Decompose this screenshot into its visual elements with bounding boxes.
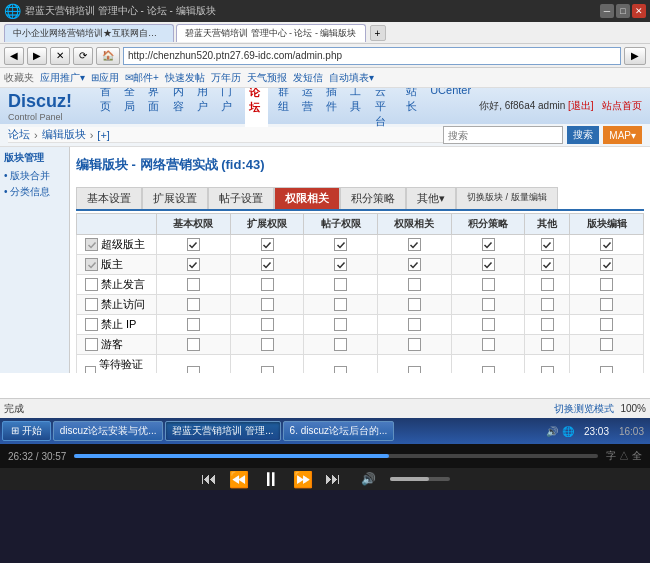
cb-mod-0[interactable]: [187, 258, 200, 271]
fav-item-6[interactable]: 发短信: [293, 71, 323, 85]
cb-g-0[interactable]: [187, 338, 200, 351]
nav-operation[interactable]: 运营: [302, 88, 316, 129]
cb-g-3[interactable]: [408, 338, 421, 351]
fav-item-4[interactable]: 万年历: [211, 71, 241, 85]
cb-ba-1[interactable]: [261, 298, 274, 311]
taskbar-item-2[interactable]: 6. discuz论坛后台的...: [283, 421, 395, 441]
cb-p-6[interactable]: [600, 366, 613, 373]
nav-site[interactable]: 站长: [406, 88, 420, 129]
map-button[interactable]: MAP▾: [603, 126, 642, 144]
checkbox-mod-select[interactable]: [85, 258, 98, 271]
cb-p-1[interactable]: [261, 366, 274, 373]
sidebar-item-classify[interactable]: • 分类信息: [4, 185, 65, 199]
cb-banpost-3[interactable]: [408, 278, 421, 291]
fav-item-1[interactable]: ⊞应用: [91, 71, 119, 85]
refresh-button[interactable]: ⟳: [73, 47, 93, 65]
cb-ba-3[interactable]: [408, 298, 421, 311]
maximize-button[interactable]: □: [616, 4, 630, 18]
rewind-button[interactable]: ⏪: [229, 470, 249, 489]
taskbar-item-0[interactable]: discuz论坛安装与优...: [53, 421, 164, 441]
logout-link[interactable]: [退出]: [568, 100, 594, 111]
cb-ba-5[interactable]: [541, 298, 554, 311]
forward-button[interactable]: ▶: [27, 47, 47, 65]
cb-bip-3[interactable]: [408, 318, 421, 331]
minimize-button[interactable]: ─: [600, 4, 614, 18]
nav-cloud[interactable]: 云平台: [375, 88, 396, 129]
checkbox-supermod-select[interactable]: [85, 238, 98, 251]
breadcrumb-add[interactable]: [+]: [97, 129, 110, 141]
new-tab-button[interactable]: +: [370, 25, 386, 41]
cb-banpost-1[interactable]: [261, 278, 274, 291]
cb-mod-4[interactable]: [482, 258, 495, 271]
nav-global[interactable]: 全局: [124, 88, 138, 129]
nav-content[interactable]: 内容: [173, 88, 187, 129]
nav-portal[interactable]: 门户: [221, 88, 235, 129]
close-button[interactable]: ✕: [632, 4, 646, 18]
browser-tab-0[interactable]: 中小企业网络营销培训★互联网自动化营销...: [4, 24, 174, 42]
cb-bip-2[interactable]: [334, 318, 347, 331]
tab-score[interactable]: 积分策略: [340, 187, 406, 209]
cb-bip-4[interactable]: [482, 318, 495, 331]
video-progress[interactable]: [74, 454, 598, 458]
cb-g-1[interactable]: [261, 338, 274, 351]
checkbox-banaccess-select[interactable]: [85, 298, 98, 311]
nav-user[interactable]: 用户: [197, 88, 211, 129]
cb-g-4[interactable]: [482, 338, 495, 351]
cb-banpost-4[interactable]: [482, 278, 495, 291]
cb-supermod-1[interactable]: [261, 238, 274, 251]
cb-ba-0[interactable]: [187, 298, 200, 311]
browser-tab-1[interactable]: 碧蓝天营销培训 管理中心 - 论坛 - 编辑版块: [176, 24, 366, 42]
cb-bip-1[interactable]: [261, 318, 274, 331]
cb-supermod-3[interactable]: [408, 238, 421, 251]
tab-permission[interactable]: 权限相关: [274, 187, 340, 209]
tab-post[interactable]: 帖子设置: [208, 187, 274, 209]
checkbox-guest-select[interactable]: [85, 338, 98, 351]
fav-item-5[interactable]: 天气预报: [247, 71, 287, 85]
cb-banpost-2[interactable]: [334, 278, 347, 291]
cb-g-6[interactable]: [600, 338, 613, 351]
cb-supermod-2[interactable]: [334, 238, 347, 251]
cb-mod-5[interactable]: [541, 258, 554, 271]
tab-extend[interactable]: 扩展设置: [142, 187, 208, 209]
start-button[interactable]: ⊞ 开始: [2, 421, 51, 441]
home-button[interactable]: 🏠: [96, 47, 120, 65]
nav-tools[interactable]: 工具: [350, 88, 364, 129]
prev-button[interactable]: ⏮: [201, 470, 217, 488]
next-button[interactable]: ⏭: [325, 470, 341, 488]
search-button[interactable]: 搜索: [567, 126, 599, 144]
cb-banpost-0[interactable]: [187, 278, 200, 291]
cb-supermod-5[interactable]: [541, 238, 554, 251]
cb-p-2[interactable]: [334, 366, 347, 373]
nav-interface[interactable]: 界面: [148, 88, 162, 129]
nav-plugin[interactable]: 插件: [326, 88, 340, 129]
cb-p-5[interactable]: [541, 366, 554, 373]
cb-p-3[interactable]: [408, 366, 421, 373]
cb-banpost-5[interactable]: [541, 278, 554, 291]
cb-bip-6[interactable]: [600, 318, 613, 331]
cb-ba-6[interactable]: [600, 298, 613, 311]
nav-ucenter[interactable]: UCenter: [430, 88, 471, 129]
cb-mod-6[interactable]: [600, 258, 613, 271]
cb-p-0[interactable]: [187, 366, 200, 373]
checkbox-banip-select[interactable]: [85, 318, 98, 331]
fav-item-3[interactable]: 快速发帖: [165, 71, 205, 85]
checkbox-banpost-select[interactable]: [85, 278, 98, 291]
tab-basic[interactable]: 基本设置: [76, 187, 142, 209]
checkbox-pending-select[interactable]: [85, 366, 96, 374]
tab-switch[interactable]: 切换版块 / 版量编辑: [456, 187, 558, 209]
cb-bip-0[interactable]: [187, 318, 200, 331]
cb-mod-1[interactable]: [261, 258, 274, 271]
cb-ba-4[interactable]: [482, 298, 495, 311]
nav-home[interactable]: 首页: [100, 88, 114, 129]
volume-control[interactable]: [390, 477, 450, 481]
cb-supermod-0[interactable]: [187, 238, 200, 251]
address-input[interactable]: [123, 47, 621, 65]
breadcrumb-edit[interactable]: 编辑版块: [42, 127, 86, 142]
cb-mod-2[interactable]: [334, 258, 347, 271]
site-link[interactable]: 站点首页: [602, 100, 642, 111]
cb-supermod-4[interactable]: [482, 238, 495, 251]
fast-forward-button[interactable]: ⏩: [293, 470, 313, 489]
stop-button[interactable]: ✕: [50, 47, 70, 65]
cb-p-4[interactable]: [482, 366, 495, 373]
breadcrumb-forum[interactable]: 论坛: [8, 127, 30, 142]
